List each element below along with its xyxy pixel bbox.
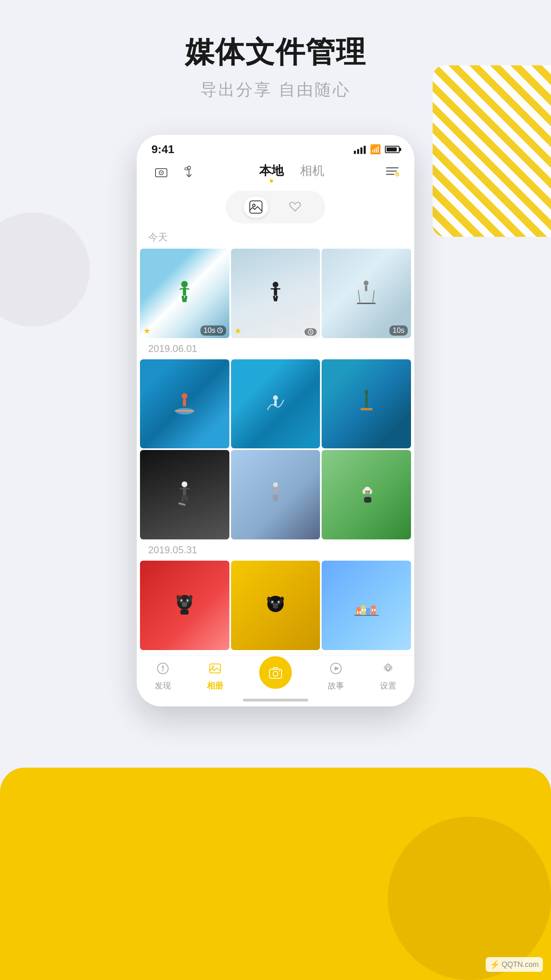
status-icons: 📶 <box>354 144 400 155</box>
svg-rect-83 <box>360 611 361 614</box>
photo-dog[interactable] <box>322 450 411 539</box>
star-badge-2: ★ <box>234 326 242 336</box>
duration-1: 10s <box>200 325 226 336</box>
toggle-photos[interactable] <box>244 196 268 218</box>
svg-line-30 <box>373 290 374 303</box>
svg-rect-22 <box>276 288 280 290</box>
photo-town[interactable] <box>322 561 411 650</box>
page-header: 媒体文件管理 导出分享 自由随心 <box>0 33 551 101</box>
photo-surf2[interactable] <box>231 359 320 449</box>
svg-rect-69 <box>179 595 183 597</box>
home-indicator <box>243 699 308 702</box>
photo-ski[interactable]: 10s <box>322 249 411 338</box>
nav-discover-label: 发现 <box>155 680 171 691</box>
section-today: 今天 <box>137 227 414 249</box>
svg-rect-45 <box>184 495 189 502</box>
svg-rect-17 <box>184 296 188 303</box>
svg-rect-13 <box>183 287 186 296</box>
svg-point-54 <box>362 489 366 494</box>
toggle-favorites[interactable] <box>283 196 307 218</box>
section-2019-06-01: 2019.06.01 <box>137 340 414 359</box>
nav-settings-label: 设置 <box>380 680 396 691</box>
svg-marker-98 <box>335 666 339 670</box>
tab-camera[interactable]: 相机 <box>300 163 324 183</box>
photo-surf3[interactable] <box>322 359 411 449</box>
page-title: 媒体文件管理 <box>0 33 551 72</box>
svg-rect-37 <box>360 408 373 410</box>
photo-skate2[interactable] <box>231 450 320 539</box>
page-subtitle: 导出分享 自由随心 <box>0 78 551 101</box>
section-2019-05-31: 2019.05.31 <box>137 541 414 561</box>
svg-rect-14 <box>180 288 183 290</box>
gear-icon <box>382 662 395 678</box>
wifi-icon: 📶 <box>370 144 381 155</box>
photo-snow1[interactable]: ★ 10s <box>140 249 229 338</box>
svg-rect-80 <box>366 608 370 615</box>
usb-icon[interactable] <box>179 163 199 183</box>
svg-point-99 <box>387 667 390 670</box>
svg-rect-87 <box>374 609 375 611</box>
photo-skate1[interactable] <box>140 450 229 539</box>
svg-point-73 <box>271 601 273 603</box>
photo-grid-2019-06-01 <box>137 359 414 541</box>
svg-marker-90 <box>162 664 164 668</box>
toggle-section <box>137 191 414 223</box>
svg-rect-38 <box>365 392 368 408</box>
svg-rect-59 <box>364 497 371 503</box>
svg-point-35 <box>273 395 278 400</box>
status-bar: 9:41 📶 <box>137 135 414 159</box>
svg-rect-85 <box>364 609 366 611</box>
nav-discover[interactable]: 发现 <box>155 662 171 691</box>
svg-rect-92 <box>210 664 220 673</box>
play-icon <box>329 662 342 678</box>
svg-rect-33 <box>183 399 186 406</box>
svg-point-57 <box>368 490 370 493</box>
svg-rect-82 <box>357 611 358 614</box>
svg-point-11 <box>253 204 255 207</box>
svg-point-56 <box>365 490 368 493</box>
svg-rect-36 <box>274 400 277 406</box>
photo-grid-2019-05-31 <box>137 561 414 652</box>
photo-surf1[interactable] <box>140 359 229 449</box>
bg-yellow-circle <box>388 817 551 980</box>
storage-icon[interactable] <box>151 163 171 183</box>
svg-rect-84 <box>362 609 363 611</box>
duration-3: 10s <box>389 325 408 336</box>
compass-icon <box>156 662 169 678</box>
image-icon <box>209 662 222 678</box>
nav-story[interactable]: 故事 <box>328 662 344 691</box>
photo-pug2[interactable] <box>231 561 320 650</box>
svg-rect-43 <box>185 488 189 490</box>
svg-rect-52 <box>275 494 279 501</box>
svg-point-93 <box>212 666 214 668</box>
svg-point-74 <box>278 601 280 603</box>
svg-point-65 <box>182 602 187 606</box>
svg-point-12 <box>181 281 188 287</box>
filter-icon[interactable] <box>385 165 400 180</box>
photo-snow2[interactable]: ★ <box>231 249 320 338</box>
svg-marker-91 <box>162 668 164 673</box>
bottom-nav: 发现 相册 <box>137 655 414 695</box>
nav-left-icons <box>151 163 199 183</box>
photo-pug1[interactable] <box>140 561 229 650</box>
svg-rect-21 <box>271 288 275 290</box>
svg-rect-27 <box>365 285 367 291</box>
nav-bar: 本地 相机 <box>137 159 414 183</box>
tab-local[interactable]: 本地 <box>259 163 284 183</box>
svg-rect-68 <box>180 610 189 615</box>
svg-point-32 <box>182 393 187 399</box>
nav-settings[interactable]: 设置 <box>380 662 396 691</box>
phone-mockup: 9:41 📶 <box>137 135 414 706</box>
nav-album[interactable]: 相册 <box>207 662 223 691</box>
watermark-text: QQTN.com <box>502 960 539 969</box>
nav-camera[interactable] <box>259 664 292 689</box>
camera-button[interactable] <box>259 656 292 689</box>
nav-story-label: 故事 <box>328 680 344 691</box>
photo-grid-today: ★ 10s ★ <box>137 249 414 340</box>
svg-point-2 <box>161 172 162 173</box>
battery-icon <box>385 146 400 153</box>
nav-tabs: 本地 相机 <box>259 163 324 183</box>
svg-point-19 <box>273 282 278 287</box>
phone-screen: 9:41 📶 <box>137 135 414 706</box>
nav-album-label: 相册 <box>207 680 223 691</box>
